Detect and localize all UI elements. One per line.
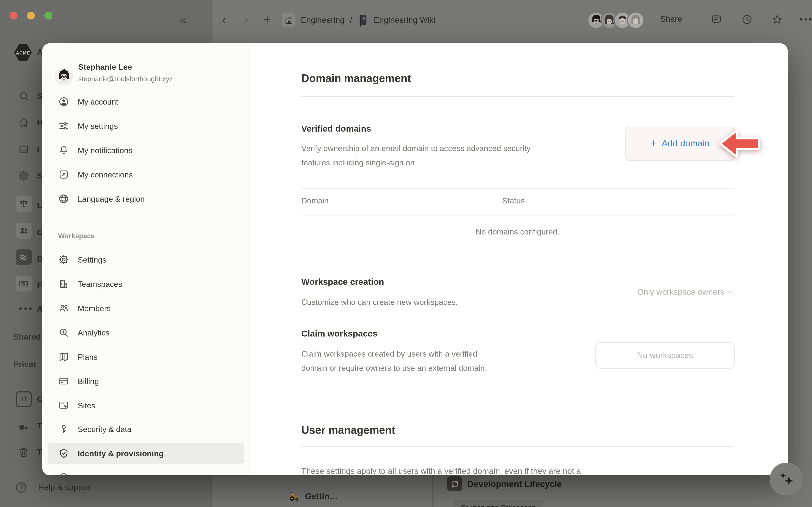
sidebar-item-home-fragment[interactable]: H bbox=[37, 118, 43, 127]
sidebar-item-billing[interactable]: Billing bbox=[48, 370, 244, 391]
gear-icon[interactable] bbox=[18, 170, 30, 182]
claim-workspaces-heading: Claim workspaces bbox=[301, 329, 377, 339]
teamspace-finance-icon[interactable] bbox=[16, 276, 32, 291]
teamspace-legal-icon[interactable] bbox=[16, 196, 32, 212]
sidebar-item-members[interactable]: Members bbox=[48, 297, 244, 319]
forward-icon[interactable]: › bbox=[244, 12, 248, 27]
sidebar-item-label: Billing bbox=[78, 376, 99, 385]
sidebar-item-my-notifications[interactable]: My notifications bbox=[48, 139, 244, 161]
sidebar-item-trash-fragment[interactable]: T bbox=[37, 447, 42, 456]
breadcrumb-team[interactable]: Engineering bbox=[301, 15, 345, 25]
verified-domains-desc-line2: features including single-sign on. bbox=[301, 155, 417, 170]
sidebar-item-language-region[interactable]: Language & region bbox=[48, 188, 244, 209]
sidebar-item-teamspaces[interactable]: Teamspaces bbox=[48, 273, 244, 294]
sidebar-item-plans[interactable]: Plans bbox=[48, 346, 244, 367]
more-teamspaces-icon[interactable] bbox=[19, 307, 32, 310]
sidebar-item-calendar-fragment[interactable]: C bbox=[37, 395, 43, 404]
back-icon[interactable]: ‹ bbox=[222, 12, 226, 27]
calendar-icon[interactable]: 17 bbox=[16, 391, 32, 407]
sidebar-item-search-fragment[interactable]: S bbox=[37, 92, 42, 101]
sidebar-item-label: My connections bbox=[78, 170, 133, 179]
table-col-domain: Domain bbox=[301, 195, 328, 206]
teamspace-crew-fragment[interactable]: C bbox=[37, 228, 43, 237]
workspace-logo-text: ACME bbox=[16, 50, 30, 55]
avatar[interactable] bbox=[627, 12, 645, 29]
sidebar-item-label: My account bbox=[78, 97, 118, 106]
verified-domains-desc-line1: Verify ownership of an email domain to a… bbox=[301, 141, 530, 156]
sidebar-item-analytics[interactable]: Analytics bbox=[48, 322, 244, 343]
sidebar-item-sites[interactable]: Sites bbox=[48, 395, 244, 416]
breadcrumb-page[interactable]: Engineering Wiki bbox=[374, 15, 436, 25]
sliders-icon bbox=[58, 120, 69, 131]
table-bottom-border bbox=[301, 215, 734, 216]
collaborator-avatars[interactable] bbox=[588, 12, 645, 29]
dropdown-value: Only workspace owners bbox=[637, 287, 724, 297]
templates-icon[interactable] bbox=[17, 420, 30, 433]
sidebar-item-settings[interactable]: Settings bbox=[48, 249, 244, 270]
no-workspaces-button[interactable]: No workspaces bbox=[595, 342, 735, 369]
credit-card-icon bbox=[58, 375, 69, 386]
sidebar-item-label: Sites bbox=[78, 400, 95, 410]
doc-tag-badge[interactable]: Guides and Processes bbox=[454, 500, 543, 507]
map-icon bbox=[58, 351, 69, 362]
sparkles-icon bbox=[777, 471, 795, 488]
new-page-icon[interactable]: + bbox=[263, 11, 271, 27]
page-title: Domain management bbox=[301, 72, 411, 84]
sidebar-item-inbox-fragment[interactable]: I bbox=[37, 145, 39, 154]
settings-modal: Stephanie Lee stephanie@toolsforthought.… bbox=[42, 43, 788, 475]
sidebar-item-label: Teamspaces bbox=[78, 279, 122, 288]
sidebar-item-label: Identity & provisioning bbox=[78, 449, 164, 458]
help-icon[interactable] bbox=[15, 481, 28, 494]
more-teamspaces-fragment[interactable]: A bbox=[37, 304, 43, 313]
sidebar-item-my-connections[interactable]: My connections bbox=[48, 164, 244, 185]
teamspace-crew-icon[interactable] bbox=[16, 223, 32, 239]
table-empty-state: No domains configured. bbox=[301, 227, 734, 237]
sidebar-item-security-data[interactable]: Security & data bbox=[48, 418, 244, 439]
sidebar-item-settings-fragment[interactable]: S bbox=[37, 171, 42, 180]
sidebar-item-templates-fragment[interactable]: T bbox=[37, 421, 42, 430]
shield-check-icon bbox=[58, 448, 69, 459]
home-icon[interactable] bbox=[18, 117, 30, 128]
sidebar-item-label: My settings bbox=[78, 121, 118, 130]
comments-icon[interactable] bbox=[711, 14, 722, 25]
magnifier-plus-icon bbox=[58, 327, 69, 338]
screen: ACME A S H I S L C D F A Shared Privat 1… bbox=[0, 0, 812, 507]
page-tab-getting-started[interactable]: Gettin… bbox=[288, 490, 338, 502]
help-support-label[interactable]: Help & support bbox=[38, 483, 92, 492]
background-doc-title[interactable]: Development Lifecycle bbox=[467, 479, 562, 489]
sidebar-collapse-icon[interactable]: « bbox=[180, 12, 187, 27]
team-page-icon[interactable] bbox=[282, 13, 296, 27]
key-icon bbox=[58, 424, 69, 435]
search-icon[interactable] bbox=[18, 91, 30, 102]
sidebar-item-my-account[interactable]: My account bbox=[48, 91, 244, 112]
teamspace-data-icon[interactable] bbox=[16, 249, 32, 265]
teamspace-data-fragment[interactable]: D bbox=[37, 254, 43, 263]
workspace-creation-desc: Customize who can create new workspaces. bbox=[301, 295, 458, 309]
sidebar-item-partial[interactable]: Contact support bbox=[48, 467, 244, 475]
user-name: Stephanie Lee bbox=[78, 62, 132, 71]
teamspace-finance-fragment[interactable]: F bbox=[37, 281, 42, 290]
wiki-book-icon bbox=[357, 13, 368, 27]
sidebar-item-label: Settings bbox=[78, 255, 107, 264]
sidebar-item-label: Security & data bbox=[78, 425, 132, 434]
teamspace-legal-fragment[interactable]: L bbox=[37, 201, 42, 210]
notion-ai-button[interactable] bbox=[770, 463, 803, 495]
trash-icon[interactable] bbox=[17, 446, 30, 459]
workspace-name-fragment: A bbox=[37, 48, 43, 57]
page-tab-label[interactable]: Gettin… bbox=[305, 491, 338, 501]
workspace-creation-dropdown[interactable]: Only workspace owners bbox=[523, 287, 734, 297]
person-circle-icon bbox=[58, 96, 69, 107]
inbox-icon[interactable] bbox=[18, 144, 30, 155]
globe-icon bbox=[58, 193, 69, 204]
claim-desc-line1: Claim workspaces created by users with a… bbox=[301, 346, 477, 361]
sidebar-item-identity-provisioning[interactable]: Identity & provisioning bbox=[48, 443, 244, 464]
favorite-star-icon[interactable] bbox=[771, 14, 783, 25]
table-top-border bbox=[301, 188, 734, 189]
workspace-logo[interactable]: ACME bbox=[14, 44, 32, 61]
history-icon[interactable] bbox=[741, 14, 753, 25]
share-button[interactable]: Share bbox=[660, 14, 682, 24]
sidebar-item-my-settings[interactable]: My settings bbox=[48, 115, 244, 136]
more-options-icon[interactable] bbox=[800, 18, 811, 20]
user-avatar bbox=[55, 68, 73, 86]
sidebar-item-label: My notifications bbox=[78, 146, 133, 155]
